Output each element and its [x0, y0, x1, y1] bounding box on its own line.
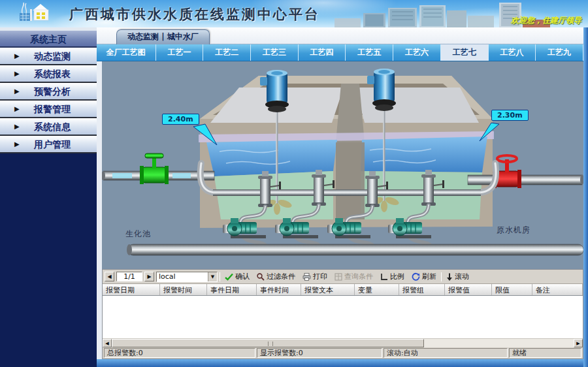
col-alarm-date[interactable]: 报警日期 [103, 284, 160, 295]
sidebar-item-label: 动态监测 [34, 51, 71, 61]
query-icon [335, 273, 342, 281]
process-diagram [102, 61, 583, 269]
col-alarm-text[interactable]: 报警文本 [301, 284, 355, 295]
top-banner: 广西城市供水水质在线监测中心平台 欢迎您，住建厅领导 [0, 0, 588, 27]
alarm-table-body-empty[interactable] [103, 296, 583, 338]
alarm-table-header: 报警日期 报警时间 事件日期 事件时间 报警文本 变量 报警组 报警值 限值 备… [103, 284, 583, 296]
process-tab-bar: 全厂工艺图 工艺一 工艺二 工艺三 工艺四 工艺五 工艺六 工艺七 工艺八 工艺… [97, 44, 583, 61]
check-icon [225, 273, 233, 281]
status-ready: 就绪 [509, 348, 581, 358]
prev-page-button[interactable]: ◀ [105, 272, 114, 281]
sidebar: 系统主页 ▶ 动态监测 ▶ 系统报表 ▶ 预警分析 ▶ 报警管理 ▶ 系统信息 … [0, 27, 97, 367]
alarm-toolbar: ◀ 1/1 ▶ local ▼ 确认 过滤条件 打印 查询条件 [103, 270, 583, 284]
tab-process-5[interactable]: 工艺五 [346, 44, 393, 61]
sidebar-item-alarm-management[interactable]: ▶ 报警管理 [0, 101, 97, 118]
status-shown-alarms: 显示报警数:0 [257, 348, 382, 358]
toolbar-separator [220, 272, 220, 281]
scale-button[interactable]: 比例 [378, 271, 407, 283]
query-button-disabled[interactable]: 查询条件 [332, 271, 376, 283]
magnifier-icon [257, 273, 265, 281]
scroll-right-button[interactable]: ▶ [574, 339, 583, 347]
welcome-user-text: 欢迎您，住建厅领导 [511, 15, 581, 26]
filter-label: 过滤条件 [267, 272, 295, 281]
col-variable[interactable]: 变量 [355, 284, 399, 295]
col-remark[interactable]: 备注 [532, 284, 583, 295]
acknowledge-button[interactable]: 确认 [222, 271, 252, 283]
scada-canvas: 2.40m 2.30m 生化池 原水机房 [102, 61, 583, 269]
refresh-icon [412, 272, 420, 281]
valve-green[interactable] [140, 153, 169, 184]
col-event-date[interactable]: 事件日期 [207, 284, 257, 295]
printer-icon [302, 273, 311, 281]
tab-process-4[interactable]: 工艺四 [299, 44, 346, 61]
scale-label: 比例 [390, 272, 404, 281]
tab-process-6[interactable]: 工艺六 [393, 44, 441, 61]
sidebar-item-system-reports[interactable]: ▶ 系统报表 [0, 65, 97, 83]
tab-plant-overview[interactable]: 全厂工艺图 [97, 44, 156, 61]
chevron-right-icon: ▶ [14, 101, 20, 118]
scroll-left-button[interactable]: ◀ [103, 339, 112, 347]
horizontal-scrollbar: ◀ ▶ [103, 338, 583, 347]
tab-process-7-selected[interactable]: 工艺七 [441, 44, 489, 61]
server-dropdown[interactable]: local ▼ [156, 272, 218, 282]
sidebar-item-home[interactable]: 系统主页 [0, 31, 97, 48]
breadcrumb-row: 动态监测 | 城中水厂 [97, 27, 583, 44]
chevron-down-icon: ▼ [208, 272, 217, 281]
breadcrumb-tab[interactable]: 动态监测 | 城中水厂 [116, 29, 210, 44]
chevron-right-icon: ▶ [14, 65, 20, 82]
outlet-pipe-right [468, 175, 583, 185]
print-button[interactable]: 打印 [300, 271, 330, 283]
tab-process-9[interactable]: 工艺九 [536, 44, 583, 61]
status-scroll-mode: 滚动:自动 [384, 348, 508, 358]
tab-process-2[interactable]: 工艺二 [203, 44, 251, 61]
autoscroll-button[interactable]: 滚动 [444, 271, 472, 283]
refresh-label: 刷新 [422, 272, 436, 281]
server-dropdown-value: local [157, 272, 208, 281]
sidebar-item-label: 系统信息 [34, 121, 71, 132]
chevron-right-icon: ▶ [14, 83, 20, 100]
refresh-button[interactable]: 刷新 [409, 271, 439, 283]
toolbar-separator [441, 272, 442, 281]
query-label: 查询条件 [344, 272, 373, 281]
sidebar-item-label: 系统报表 [34, 69, 71, 79]
raw-water-main-pipe [127, 244, 583, 255]
next-page-button[interactable]: ▶ [144, 272, 154, 281]
alarm-statusbar: 总报警数:0 显示报警数:0 滚动:自动 就绪 [103, 347, 583, 359]
sidebar-item-warning-analysis[interactable]: ▶ 预警分析 [0, 83, 97, 101]
aeration-tanks [199, 76, 494, 228]
tab-process-8[interactable]: 工艺八 [489, 44, 536, 61]
level-indicator-right: 2.30m [491, 110, 529, 121]
page-indicator: 1/1 [116, 272, 142, 281]
chevron-right-icon: ▶ [14, 118, 20, 135]
chevron-right-icon: ▶ [14, 136, 20, 153]
sidebar-item-label: 用户管理 [34, 139, 71, 150]
col-limit-value[interactable]: 限值 [492, 284, 532, 295]
area-label-biochemical-pool: 生化池 [125, 229, 151, 240]
chevron-right-icon: ▶ [14, 48, 20, 65]
status-total-alarms: 总报警数:0 [104, 348, 255, 358]
axis-corner-icon [380, 273, 388, 281]
scrollbar-track[interactable] [424, 339, 574, 347]
window-right-edge [583, 27, 588, 367]
alarm-panel: ◀ 1/1 ▶ local ▼ 确认 过滤条件 打印 查询条件 [102, 269, 583, 359]
area-label-raw-water-room: 原水机房 [497, 225, 531, 236]
col-event-time[interactable]: 事件时间 [257, 284, 301, 295]
window-bottom-edge [97, 359, 588, 367]
filter-button[interactable]: 过滤条件 [254, 271, 298, 283]
arrow-down-icon [446, 273, 453, 281]
col-alarm-time[interactable]: 报警时间 [160, 284, 207, 295]
acknowledge-label: 确认 [235, 272, 250, 281]
col-alarm-group[interactable]: 报警组 [399, 284, 445, 295]
sidebar-item-user-management[interactable]: ▶ 用户管理 [0, 136, 97, 153]
col-alarm-value[interactable]: 报警值 [445, 284, 492, 295]
scrollbar-thumb[interactable] [112, 339, 424, 347]
platform-logo-icon [14, 1, 67, 27]
print-label: 打印 [313, 272, 327, 281]
tab-process-1[interactable]: 工艺一 [156, 44, 204, 61]
sidebar-item-dynamic-monitoring[interactable]: ▶ 动态监测 [0, 48, 97, 65]
main-area: 动态监测 | 城中水厂 全厂工艺图 工艺一 工艺二 工艺三 工艺四 工艺五 工艺… [97, 27, 583, 367]
sidebar-item-system-info[interactable]: ▶ 系统信息 [0, 118, 97, 136]
tab-process-3[interactable]: 工艺三 [251, 44, 299, 61]
page-title: 广西城市供水水质在线监测中心平台 [69, 5, 320, 24]
sidebar-item-label: 报警管理 [34, 104, 71, 114]
